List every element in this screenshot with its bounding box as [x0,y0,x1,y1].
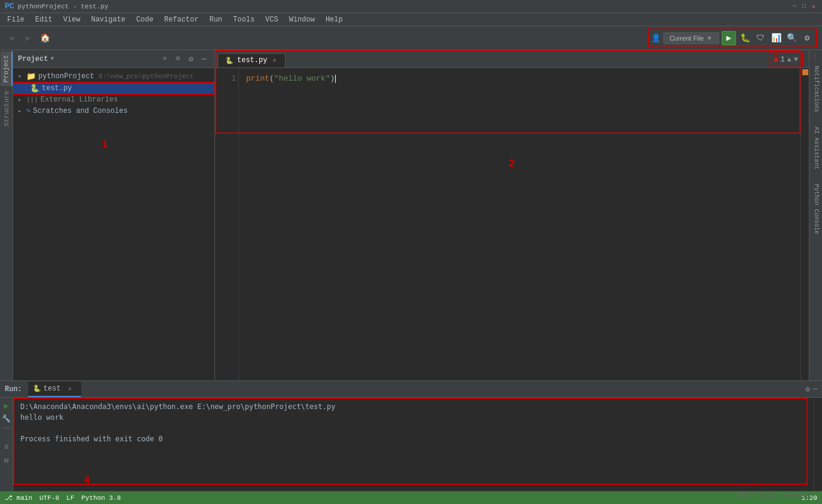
collapse-icon[interactable]: ≡ [173,54,183,64]
toolbar: ◀ ▶ 🏠 👤 Current File ▼ ▶ 🐛 🛡 📊 🔍 ⚙ [0,26,822,50]
minimize-button[interactable]: ─ [791,3,798,10]
scroll-up-icon[interactable]: ▲ [787,56,792,64]
menu-refactor[interactable]: Refactor [160,14,204,25]
run-play-icon[interactable]: ▶ [1,400,12,411]
menu-window[interactable]: Window [284,14,320,25]
editor-error-bar [800,68,809,380]
window-controls: ─ □ ✕ [791,3,817,10]
menu-file[interactable]: File [2,14,29,25]
output-line-4: Process finished with exit code 0 [20,434,806,444]
status-right: 1:20 [802,494,817,502]
menu-tools[interactable]: Tools [228,14,259,25]
external-libs-label: External Libraries [41,96,118,104]
run-filter-icon[interactable]: ⊟ [1,455,12,466]
new-file-icon[interactable]: + [160,54,170,64]
toolbar-back-button[interactable]: ◀ [5,32,18,45]
output-line-2: hello work [20,412,806,423]
code-line-1: print("hello work") [246,73,793,85]
keyword-print: print [246,73,269,85]
sidebar-panel: Project ▼ + ≡ ⚙ ⋯ ▾ 📁 pythonProject E:\n… [13,50,215,380]
line-number-1: 1 [217,73,236,85]
run-tab-test[interactable]: 🐍 test ✕ [28,382,81,397]
code-area[interactable]: print("hello work") [239,68,800,380]
run-tab-close[interactable]: ✕ [63,383,76,394]
profile-run-button[interactable]: 📊 [769,32,783,45]
sidebar-header: Project ▼ + ≡ ⚙ ⋯ [13,50,214,68]
sidebar-dropdown-icon[interactable]: ▼ [50,56,54,62]
main-layout: Project Structure Project ▼ + ≡ ⚙ ⋯ ▾ 📁 … [0,50,822,380]
status-encoding: UTF-8 [39,494,59,502]
run-scroll-icon[interactable]: ≡ [1,442,12,453]
run-wrench-icon[interactable]: 🔧 [1,413,12,424]
config-dropdown-icon: ▼ [706,35,713,42]
search-toolbar-button[interactable]: 🔍 [785,32,798,45]
run-tab-icon: 🐍 [33,385,41,392]
tree-item-scratches[interactable]: ▸ ✎ Scratches and Consoles [13,105,214,116]
toolbar-run-area: 👤 Current File ▼ ▶ 🐛 🛡 📊 🔍 ⚙ [648,29,817,48]
paren-open: ( [269,73,274,85]
line-numbers: 1 [215,68,239,380]
title-text: pythonProject - test.py [18,3,109,10]
ai-assistant-tab[interactable]: AI Assistant [811,123,821,173]
more-icon[interactable]: ⋯ [199,54,210,64]
more-options-btn[interactable]: ⋮ [811,51,821,61]
tree-item-testpy[interactable]: 🐍 test.py [13,82,214,94]
tab-close-button[interactable]: ✕ [271,57,278,64]
menu-edit[interactable]: Edit [30,14,57,25]
editor-content: 1 print("hello work") [215,68,809,380]
menu-view[interactable]: View [59,14,85,25]
paren-close: ) [330,73,335,85]
toolbar-home-button[interactable]: 🏠 [38,32,51,45]
run-icon: ▶ [726,33,731,43]
scratches-label: Scratches and Consoles [33,107,127,115]
tab-py-icon: 🐍 [225,57,234,64]
debug-button[interactable]: 🐛 [738,32,752,45]
project-tab[interactable]: Project [1,51,13,86]
scroll-down-icon[interactable]: ▼ [794,56,798,64]
tree-item-external-libs[interactable]: ▸ ||| External Libraries [13,94,214,105]
menu-vcs[interactable]: VCS [260,14,283,25]
run-right-bar [814,398,822,491]
libs-icon: ||| [26,96,38,103]
tree-item-project[interactable]: ▾ 📁 pythonProject E:\new_pro\pythonProje… [13,70,214,82]
run-button[interactable]: ▶ [722,31,736,45]
editor-tabs-bar: 🐍 test.py ✕ [215,50,809,68]
title-bar-left: PC pythonProject - test.py [5,2,108,11]
tab-testpy[interactable]: 🐍 test.py ✕ [217,53,286,67]
error-marker[interactable] [802,69,808,75]
python-console-tab[interactable]: Python Console [811,180,821,238]
project-name: pythonProject [38,72,94,81]
close-button[interactable]: ✕ [810,3,817,10]
scratches-icon: ✎ [26,106,30,115]
title-bar: PC pythonProject - test.py ─ □ ✕ [0,0,822,13]
settings-toolbar-button[interactable]: ⚙ [800,32,814,45]
bottom-settings-icon[interactable]: ⚙ [805,385,810,394]
settings-icon[interactable]: ⚙ [186,54,197,64]
bottom-tabs-bar: Run: 🐍 test ✕ ⚙ ─ [0,381,822,398]
status-line-ending: LF [66,494,74,502]
toolbar-left: ◀ ▶ 🏠 [5,32,51,45]
menu-code[interactable]: Code [131,14,158,25]
editor-area: 🐍 test.py ✕ 1 print("hello work") 2 [215,50,809,380]
menu-help[interactable]: Help [321,14,348,25]
notifications-tab[interactable]: Notifications [811,62,821,116]
status-cursor-position: 1:20 [802,494,817,502]
menu-navigate[interactable]: Navigate [86,14,130,25]
run-separator [2,428,11,438]
menu-run[interactable]: Run [204,14,227,25]
project-path: E:\new_pro\pythonProject [99,73,194,80]
maximize-button[interactable]: □ [800,3,808,10]
structure-tab[interactable]: Structure [1,87,12,130]
coverage-button[interactable]: 🛡 [754,32,767,45]
warning-icon: ⚠ [774,55,778,64]
toolbar-forward-button[interactable]: ▶ [22,32,35,45]
app-icon: PC [5,2,14,11]
output-line-3 [20,423,806,434]
config-selector[interactable]: Current File ▼ [663,32,719,44]
testpy-label: test.py [42,84,72,93]
bottom-close-icon[interactable]: ─ [812,385,817,394]
status-bar: ⎇ main UTF-8 LF Python 3.8 1:20 [0,491,822,504]
folder-icon: 📁 [26,72,36,81]
sidebar-project-label: Project [18,55,48,63]
tab-testpy-label: test.py [237,56,267,64]
